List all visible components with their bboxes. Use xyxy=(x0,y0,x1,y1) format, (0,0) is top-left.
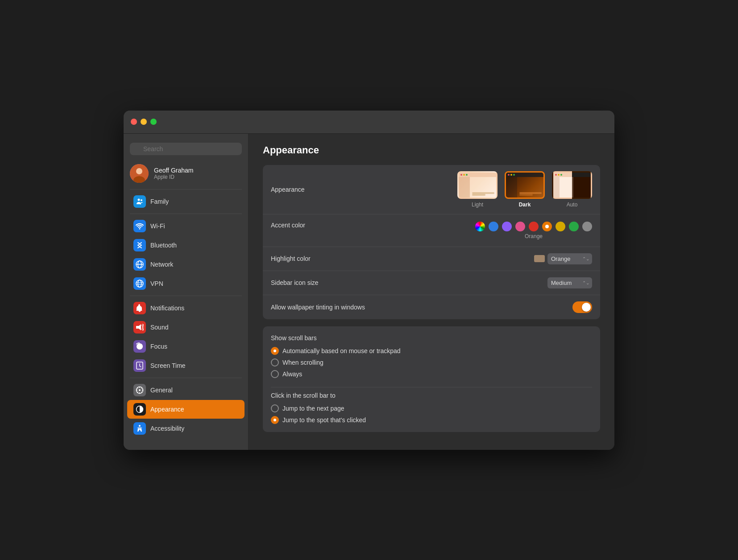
screen-time-icon xyxy=(133,359,146,372)
accent-red[interactable] xyxy=(529,222,539,231)
sidebar-item-label: Wi-Fi xyxy=(150,222,165,230)
sidebar-item-label: VPN xyxy=(150,280,163,287)
svg-point-7 xyxy=(139,228,141,229)
sidebar-item-notifications[interactable]: Notifications xyxy=(127,299,245,317)
scroll-spot-option[interactable]: Jump to the spot that's clicked xyxy=(271,416,592,424)
svg-point-11 xyxy=(136,280,143,287)
light-thumbnail xyxy=(457,171,498,199)
scroll-bars-section: Show scroll bars Automatically based on … xyxy=(263,326,600,432)
scroll-click-title: Click in the scroll bar to xyxy=(271,392,592,399)
svg-point-20 xyxy=(139,425,141,427)
accent-blue[interactable] xyxy=(489,222,498,231)
sidebar-icon-size-select[interactable]: Small Medium Large xyxy=(547,277,592,288)
accent-multicolor[interactable] xyxy=(475,222,485,231)
sidebar-item-label: Focus xyxy=(150,343,167,350)
separator4 xyxy=(130,378,242,378)
sidebar-item-label: Appearance xyxy=(150,406,184,413)
svg-point-5 xyxy=(138,198,140,201)
sound-icon xyxy=(133,321,146,334)
appearance-icon xyxy=(133,403,146,416)
sidebar-item-vpn[interactable]: VPN xyxy=(127,274,245,293)
scroll-always-radio[interactable] xyxy=(271,370,279,378)
scroll-auto-option[interactable]: Automatically based on mouse or trackpad xyxy=(271,347,592,355)
general-icon xyxy=(133,384,146,396)
scroll-always-label: Always xyxy=(282,371,302,378)
sidebar-item-family[interactable]: Family xyxy=(127,192,245,211)
highlight-select: Orange Blue Purple Pink Red Yellow Green… xyxy=(534,253,592,264)
sidebar-item-label: General xyxy=(150,387,173,394)
scroll-divider xyxy=(271,387,592,387)
appearance-control: Light xyxy=(360,171,592,208)
svg-point-3 xyxy=(136,168,142,174)
appearance-auto[interactable]: Auto xyxy=(552,171,592,208)
sidebar-item-wifi[interactable]: Wi-Fi xyxy=(127,217,245,235)
svg-marker-15 xyxy=(136,324,141,330)
separator2 xyxy=(130,214,242,214)
scroll-click-options: Jump to the next page Jump to the spot t… xyxy=(271,404,592,428)
search-input[interactable] xyxy=(130,143,242,155)
highlight-color-select[interactable]: Orange Blue Purple Pink Red Yellow Green… xyxy=(547,253,592,264)
accent-yellow[interactable] xyxy=(556,222,565,231)
minimize-button[interactable] xyxy=(141,119,147,125)
accent-purple[interactable] xyxy=(502,222,512,231)
accent-pink[interactable] xyxy=(515,222,525,231)
wallpaper-tinting-toggle[interactable] xyxy=(572,301,592,313)
scroll-when-scrolling-radio[interactable] xyxy=(271,358,279,366)
sidebar-item-screen-time[interactable]: Screen Time xyxy=(127,356,245,375)
sidebar-item-sound[interactable]: Sound xyxy=(127,318,245,337)
sidebar-item-appearance[interactable]: Appearance xyxy=(127,400,245,419)
appearance-label: Appearance xyxy=(271,186,360,193)
svg-point-12 xyxy=(138,280,141,287)
highlight-select-wrapper: Orange Blue Purple Pink Red Yellow Green… xyxy=(547,253,592,264)
scroll-when-scrolling-label: When scrolling xyxy=(282,359,323,366)
sidebar-item-label: Sound xyxy=(150,324,168,331)
highlight-color-row: Highlight color Orange Blue Purple Pink xyxy=(263,247,600,271)
sidebar-item-network[interactable]: Network xyxy=(127,255,245,274)
close-button[interactable] xyxy=(131,119,137,125)
notifications-icon xyxy=(133,302,146,314)
sidebar-item-label: Bluetooth xyxy=(150,242,177,249)
avatar xyxy=(130,164,149,183)
maximize-button[interactable] xyxy=(150,119,157,125)
main-content: Appearance Appearance xyxy=(249,134,614,450)
separator3 xyxy=(130,296,242,296)
accent-selected-name: Orange xyxy=(475,233,592,239)
scroll-when-scrolling-option[interactable]: When scrolling xyxy=(271,358,592,366)
highlight-color-box xyxy=(534,255,545,262)
wifi-icon xyxy=(133,220,146,232)
light-label: Light xyxy=(472,202,483,208)
sidebar-item-bluetooth[interactable]: Bluetooth xyxy=(127,236,245,255)
apple-id-name: Geoff Graham xyxy=(154,167,193,174)
dark-label: Dark xyxy=(519,202,531,208)
accent-orange[interactable] xyxy=(542,222,552,231)
appearance-section: Appearance xyxy=(263,165,600,319)
appearance-options: Light xyxy=(457,171,592,208)
appearance-light[interactable]: Light xyxy=(457,171,498,208)
appearance-dark[interactable]: Dark xyxy=(505,171,545,208)
wallpaper-tinting-control xyxy=(365,301,592,313)
highlight-color-label: Highlight color xyxy=(271,255,360,262)
accent-color-control: Orange xyxy=(360,222,592,239)
scroll-next-page-radio[interactable] xyxy=(271,404,279,412)
accent-green[interactable] xyxy=(569,222,579,231)
apple-id-item[interactable]: Geoff Graham Apple ID xyxy=(124,161,248,186)
sidebar-item-general[interactable]: General xyxy=(127,381,245,399)
accent-graphite[interactable] xyxy=(582,222,592,231)
separator xyxy=(130,189,242,189)
wallpaper-tinting-label: Allow wallpaper tinting in windows xyxy=(271,304,365,311)
scroll-auto-radio[interactable] xyxy=(271,347,279,355)
sidebar: Geoff Graham Apple ID Family xyxy=(124,134,249,450)
accessibility-icon xyxy=(133,422,146,435)
highlight-color-control: Orange Blue Purple Pink Red Yellow Green… xyxy=(360,253,592,264)
sidebar-item-focus[interactable]: Focus xyxy=(127,337,245,356)
sidebar-icon-size-label: Sidebar icon size xyxy=(271,279,360,286)
sidebar-item-label: Network xyxy=(150,261,173,268)
sidebar-size-wrapper: Small Medium Large ⌃⌄ xyxy=(547,277,592,288)
sidebar-item-accessibility[interactable]: Accessibility xyxy=(127,419,245,438)
scroll-bars-title: Show scroll bars xyxy=(271,334,592,342)
scroll-spot-radio[interactable] xyxy=(271,416,279,424)
scroll-next-page-option[interactable]: Jump to the next page xyxy=(271,404,592,412)
focus-icon xyxy=(133,340,146,353)
sidebar-item-label: Accessibility xyxy=(150,425,184,432)
scroll-always-option[interactable]: Always xyxy=(271,370,592,378)
